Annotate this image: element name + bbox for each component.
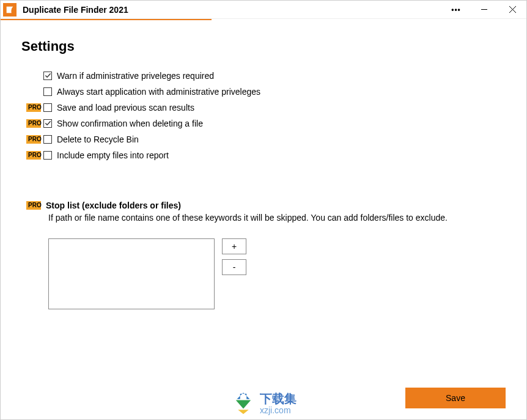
watermark-url: xzji.com: [260, 406, 297, 414]
stoplist-controls: + -: [48, 238, 506, 309]
close-button[interactable]: [498, 1, 526, 19]
stoplist-header: PRO Stop list (exclude folders or files): [26, 201, 506, 210]
remove-button[interactable]: -: [222, 259, 246, 275]
more-button[interactable]: •••: [442, 1, 470, 19]
option-save-results: PRO Save and load previous scan results: [26, 100, 506, 115]
save-button[interactable]: Save: [405, 388, 506, 408]
checkbox-save-results[interactable]: [43, 103, 52, 112]
option-label: Delete to Recycle Bin: [57, 134, 139, 144]
app-icon: [3, 3, 17, 17]
option-warn-admin: Warn if administrative priveleges requir…: [26, 68, 506, 83]
content-area: Settings Warn if administrative priveleg…: [1, 20, 526, 419]
watermark-cn: 下载集: [260, 392, 297, 405]
pro-badge: PRO: [26, 135, 41, 144]
option-label: Show confirmation when deleting a file: [57, 119, 203, 128]
footer: Save: [405, 388, 506, 408]
stoplist-buttons: + -: [222, 238, 246, 275]
watermark: 下载集 xzji.com: [230, 389, 297, 417]
options-list: Warn if administrative priveleges requir…: [26, 68, 506, 163]
add-button[interactable]: +: [222, 238, 246, 254]
option-always-admin: Always start application with administra…: [26, 84, 506, 99]
option-empty-files: PRO Include empty files into report: [26, 147, 506, 163]
svg-marker-4: [238, 410, 249, 414]
download-icon: [230, 389, 256, 417]
option-recycle-bin: PRO Delete to Recycle Bin: [26, 131, 506, 147]
titlebar: Duplicate File Finder 2021 •••: [1, 1, 526, 19]
checkbox-always-admin[interactable]: [43, 87, 52, 96]
svg-marker-2: [237, 392, 250, 399]
checkbox-confirm-delete[interactable]: [43, 119, 52, 128]
checkbox-empty-files[interactable]: [43, 151, 52, 160]
option-label: Always start application with administra…: [57, 87, 260, 97]
checkbox-recycle-bin[interactable]: [43, 135, 52, 144]
page-title: Settings: [21, 39, 506, 54]
stoplist-listbox[interactable]: [48, 238, 215, 309]
checkbox-warn-admin[interactable]: [43, 72, 52, 80]
pro-badge: PRO: [26, 103, 41, 112]
stoplist-description: If path or file name contains one of the…: [48, 213, 506, 223]
stoplist-section: PRO Stop list (exclude folders or files)…: [26, 201, 506, 309]
app-window: Duplicate File Finder 2021 ••• Settings …: [0, 0, 527, 420]
pro-badge: PRO: [26, 151, 41, 160]
option-label: Include empty files into report: [57, 150, 169, 160]
app-title: Duplicate File Finder 2021: [23, 5, 128, 15]
option-label: Warn if administrative priveleges requir…: [57, 71, 214, 81]
svg-marker-3: [236, 400, 251, 409]
minimize-button[interactable]: [470, 1, 498, 19]
pro-badge: PRO: [26, 119, 41, 128]
stoplist-title: Stop list (exclude folders or files): [46, 201, 181, 210]
option-confirm-delete: PRO Show confirmation when deleting a fi…: [26, 116, 506, 131]
option-label: Save and load previous scan results: [57, 103, 194, 112]
pro-badge: PRO: [26, 201, 41, 210]
